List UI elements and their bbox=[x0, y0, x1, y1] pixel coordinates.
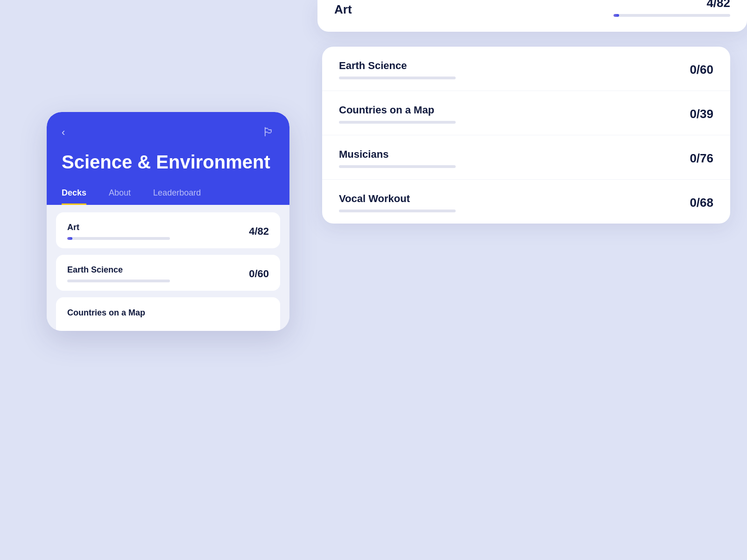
phone-header: ‹ 🏳 Science & Environment Decks About Le… bbox=[47, 112, 289, 205]
tab-leaderboard[interactable]: Leaderboard bbox=[153, 188, 201, 205]
right-panel: Earth Science 0/60 Countries on a Map 0/… bbox=[322, 47, 730, 224]
top-clipped-progress-bg bbox=[613, 14, 730, 17]
tabs-row: Decks About Leaderboard bbox=[62, 188, 275, 205]
top-clipped-card: Art 4/82 bbox=[317, 0, 747, 32]
right-score-countries: 0/39 bbox=[676, 107, 713, 121]
top-clipped-name: Art bbox=[334, 2, 352, 21]
right-pb-musicians bbox=[339, 165, 456, 168]
right-name-earth: Earth Science bbox=[339, 60, 676, 72]
deck-list: Art 4/82 Earth Science 0/60 Countries on… bbox=[47, 205, 289, 331]
deck-item-art[interactable]: Art 4/82 bbox=[56, 212, 280, 248]
right-name-countries: Countries on a Map bbox=[339, 104, 676, 116]
progress-bg-earth bbox=[67, 280, 170, 282]
deck-score-art: 4/82 bbox=[236, 225, 269, 238]
page-title: Science & Environment bbox=[62, 151, 275, 173]
right-item-vocal-workout[interactable]: Vocal Workout 0/68 bbox=[322, 180, 730, 224]
top-clipped-progress-fill bbox=[613, 14, 619, 17]
right-name-musicians: Musicians bbox=[339, 148, 676, 161]
deck-item-countries-partial[interactable]: Countries on a Map bbox=[56, 297, 280, 331]
right-card: Earth Science 0/60 Countries on a Map 0/… bbox=[322, 47, 730, 224]
right-score-vocal: 0/68 bbox=[676, 196, 713, 210]
progress-bg-art bbox=[67, 237, 170, 240]
tab-decks[interactable]: Decks bbox=[62, 188, 86, 205]
right-score-earth: 0/60 bbox=[676, 63, 713, 77]
right-pb-vocal bbox=[339, 210, 456, 212]
right-pb-earth bbox=[339, 77, 456, 79]
deck-name-countries: Countries on a Map bbox=[67, 308, 145, 318]
flag-icon[interactable]: 🏳 bbox=[262, 125, 275, 140]
progress-fill-art bbox=[67, 237, 72, 240]
deck-score-earth: 0/60 bbox=[236, 268, 269, 280]
phone-header-top: ‹ 🏳 bbox=[62, 125, 275, 140]
phone-card: ‹ 🏳 Science & Environment Decks About Le… bbox=[47, 112, 289, 331]
right-score-musicians: 0/76 bbox=[676, 151, 713, 166]
right-item-earth-science[interactable]: Earth Science 0/60 bbox=[322, 47, 730, 91]
deck-item-earth-science[interactable]: Earth Science 0/60 bbox=[56, 255, 280, 291]
deck-name-art: Art bbox=[67, 223, 236, 232]
right-pb-countries bbox=[339, 121, 456, 124]
back-button[interactable]: ‹ bbox=[62, 126, 65, 139]
right-item-countries[interactable]: Countries on a Map 0/39 bbox=[322, 91, 730, 135]
top-clipped-score: 4/82 bbox=[706, 0, 730, 10]
deck-name-earth-science: Earth Science bbox=[67, 265, 236, 275]
right-name-vocal: Vocal Workout bbox=[339, 193, 676, 205]
right-item-musicians[interactable]: Musicians 0/76 bbox=[322, 135, 730, 180]
tab-about[interactable]: About bbox=[109, 188, 131, 205]
